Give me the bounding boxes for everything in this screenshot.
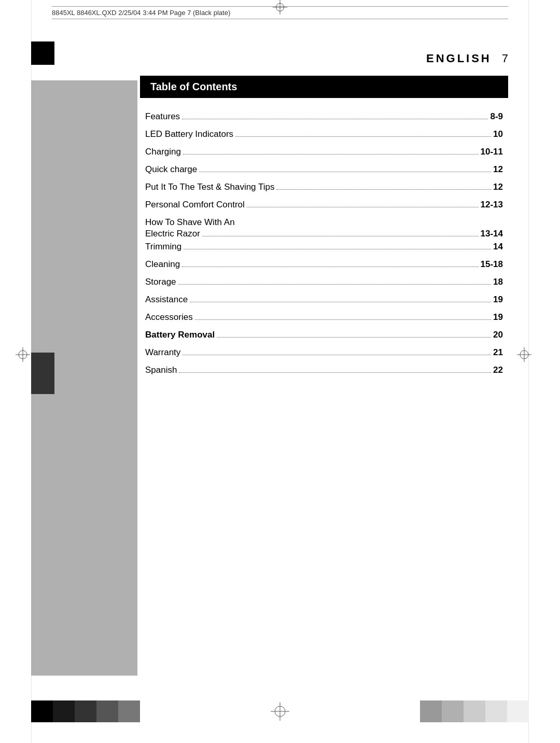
language-title: ENGLISH [426,52,492,65]
toc-page-cleaning: 15-18 [481,259,503,270]
toc-header: Table of Contents [140,76,508,98]
toc-dots-spanish [179,372,491,373]
toc-dots-battery [217,337,491,338]
swatch-dark3 [96,700,118,722]
toc-page-comfort: 12-13 [481,199,503,211]
toc-label-accessories: Accessories [145,312,193,323]
toc-page-battery: 20 [493,329,503,341]
toc-container: Table of Contents Features 8-9 LED Batte… [140,76,508,376]
toc-page-shave: 13-14 [481,229,503,239]
toc-dots-comfort [247,207,479,207]
left-reg-mark [16,347,30,364]
toc-dots-accessories [195,319,491,320]
toc-label-features: Features [145,111,180,122]
toc-entry-comfort: Personal Comfort Control 12-13 [145,199,503,211]
right-reg-mark [517,347,531,364]
toc-page-quickcharge: 12 [493,164,503,175]
toc-entry-storage: Storage 18 [145,276,503,288]
toc-label-shave-line1: How To Shave With An [145,217,503,228]
toc-page-features: 8-9 [490,111,503,122]
swatch-dark4 [118,700,140,722]
toc-shave-line2-row: Electric Razor 13-14 [145,229,503,239]
toc-entry-assistance: Assistance 19 [145,294,503,305]
toc-page-led: 10 [493,129,503,140]
color-swatches-left [31,700,140,722]
toc-entry-cleaning: Cleaning 15-18 [145,259,503,270]
swatch-gray3 [464,700,485,722]
color-swatches-right [420,700,529,722]
toc-entry-quickcharge: Quick charge 12 [145,164,503,175]
toc-entry-spanish: Spanish 22 [145,365,503,376]
toc-dots-led [235,136,491,137]
toc-dots-shave [202,236,479,236]
toc-page-assistance: 19 [493,294,503,305]
toc-label-charging: Charging [145,146,181,158]
toc-entry-led: LED Battery Indicators 10 [145,129,503,140]
toc-dots-charging [183,154,479,155]
print-header-text: 8845XL 8846XL.QXD 2/25/04 3:44 PM Page 7… [52,9,230,17]
toc-entry-accessories: Accessories 19 [145,312,503,323]
toc-entry-test: Put It To The Test & Shaving Tips 12 [145,181,503,193]
toc-page-test: 12 [493,181,503,193]
swatch-gray4 [485,700,507,722]
swatch-dark2 [75,700,96,722]
swatch-black [31,700,53,722]
toc-entry-charging: Charging 10-11 [145,146,503,158]
toc-dots-trimming [184,249,491,249]
swatch-white [507,700,529,722]
toc-label-warranty: Warranty [145,347,180,358]
toc-page-charging: 10-11 [481,146,503,158]
toc-page-accessories: 19 [493,312,503,323]
toc-label-shave-line2: Electric Razor [145,229,200,239]
toc-entry-battery: Battery Removal 20 [145,329,503,341]
toc-label-spanish: Spanish [145,365,177,376]
page-number: 7 [502,52,508,65]
black-square-top-left [31,41,54,65]
toc-label-test: Put It To The Test & Shaving Tips [145,181,274,193]
toc-label-battery: Battery Removal [145,329,215,341]
toc-label-assistance: Assistance [145,294,188,305]
top-reg-mark [273,0,287,15]
bottom-reg-mark [271,702,289,721]
toc-dots-assistance [190,302,491,302]
toc-entries: Features 8-9 LED Battery Indicators 10 C… [140,111,508,376]
toc-page-storage: 18 [493,276,503,288]
swatch-gray1 [420,700,442,722]
toc-dots-warranty [183,355,491,355]
black-square-mid-left [31,353,54,394]
edge-line-right [528,0,529,743]
toc-dots-test [276,189,491,190]
toc-page-warranty: 21 [493,347,503,358]
toc-dots-cleaning [182,267,478,267]
toc-label-quickcharge: Quick charge [145,164,197,175]
toc-page-trimming: 14 [493,241,503,253]
toc-entry-shave: How To Shave With An Electric Razor 13-1… [145,217,503,239]
toc-label-led: LED Battery Indicators [145,129,233,140]
toc-label-trimming: Trimming [145,241,181,253]
main-content: ENGLISH 7 Table of Contents Features 8-9… [140,52,508,382]
toc-entry-features: Features 8-9 [145,111,503,122]
bottom-bar [31,700,529,722]
toc-page-spanish: 22 [493,365,503,376]
toc-dots-storage [178,284,492,285]
swatch-dark1 [53,700,75,722]
toc-label-comfort: Personal Comfort Control [145,199,245,211]
toc-label-cleaning: Cleaning [145,259,180,270]
swatch-gray2 [442,700,464,722]
toc-entry-warranty: Warranty 21 [145,347,503,358]
english-header: ENGLISH 7 [140,52,508,65]
toc-label-storage: Storage [145,276,176,288]
toc-dots-features [182,119,488,119]
toc-dots-quickcharge [199,172,491,172]
toc-entry-trimming: Trimming 14 [145,241,503,253]
